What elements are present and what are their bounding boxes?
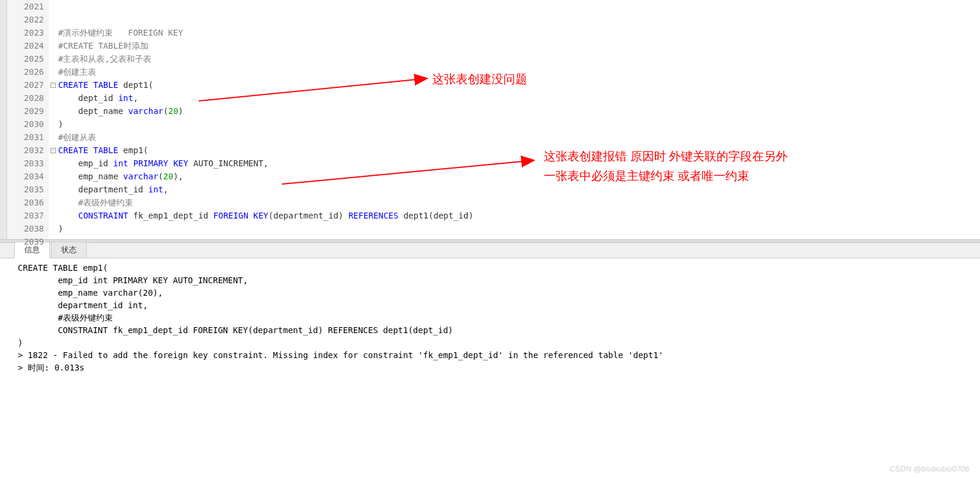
watermark: CSDN @biubiubiu0706: [889, 464, 969, 473]
code-editor[interactable]: 2021202220232024202520262027202820292030…: [0, 0, 980, 239]
fold-marker: [49, 183, 57, 196]
code-line[interactable]: dept_id int,: [58, 91, 980, 105]
code-line[interactable]: ): [58, 118, 980, 131]
line-number: 2032: [7, 144, 44, 157]
code-line[interactable]: emp_id int PRIMARY KEY AUTO_INCREMENT,: [58, 157, 980, 170]
fold-marker: [49, 91, 57, 105]
fold-marker: [49, 52, 57, 65]
line-number: 2030: [7, 118, 44, 131]
code-line[interactable]: [58, 235, 980, 248]
code-line[interactable]: [58, 0, 980, 13]
line-number: 2024: [7, 39, 44, 52]
line-number: 2021: [7, 0, 44, 13]
fold-marker: [49, 157, 57, 170]
fold-marker: [49, 26, 57, 39]
code-line[interactable]: CONSTRAINT fk_emp1_dept_id FOREIGN KEY(d…: [58, 209, 980, 222]
fold-marker: [49, 105, 57, 118]
line-number: 2031: [7, 131, 44, 144]
line-number: 2022: [7, 13, 44, 26]
editor-margin: [0, 0, 7, 239]
code-line[interactable]: #表级外键约束: [58, 196, 980, 209]
fold-marker: [49, 65, 57, 78]
code-line[interactable]: #CREATE TABLE时添加: [58, 39, 980, 52]
output-panel[interactable]: CREATE TABLE emp1( emp_id int PRIMARY KE…: [0, 258, 980, 378]
fold-column: --: [49, 0, 57, 239]
fold-marker: [49, 209, 57, 222]
fold-marker: [49, 170, 57, 183]
line-number: 2039: [7, 235, 44, 248]
line-number: 2034: [7, 170, 44, 183]
code-line[interactable]: emp_name varchar(20),: [58, 170, 980, 183]
code-content[interactable]: #演示外键约束 FOREIGN KEY#CREATE TABLE时添加#主表和从…: [57, 0, 980, 239]
line-number: 2023: [7, 26, 44, 39]
fold-marker: [49, 196, 57, 209]
line-number: 2027: [7, 78, 44, 91]
line-number: 2035: [7, 183, 44, 196]
code-line[interactable]: #创建主表: [58, 65, 980, 78]
line-number: 2036: [7, 196, 44, 209]
fold-marker: [49, 0, 57, 13]
fold-marker: [49, 118, 57, 131]
fold-marker[interactable]: -: [49, 78, 57, 91]
code-line[interactable]: dept_name varchar(20): [58, 105, 980, 118]
line-number: 2037: [7, 209, 44, 222]
fold-marker: [49, 131, 57, 144]
code-line[interactable]: #主表和从表,父表和子表: [58, 52, 980, 65]
code-line[interactable]: #演示外键约束 FOREIGN KEY: [58, 26, 980, 39]
line-number: 2038: [7, 222, 44, 235]
code-line[interactable]: department_id int,: [58, 183, 980, 196]
code-line[interactable]: [58, 13, 980, 26]
fold-marker: [49, 235, 57, 248]
fold-marker: [49, 13, 57, 26]
line-number-gutter: 2021202220232024202520262027202820292030…: [7, 0, 49, 239]
fold-marker: [49, 222, 57, 235]
fold-marker: [49, 39, 57, 52]
line-number: 2033: [7, 157, 44, 170]
line-number: 2028: [7, 91, 44, 105]
code-line[interactable]: #创建从表: [58, 131, 980, 144]
line-number: 2029: [7, 105, 44, 118]
code-line[interactable]: CREATE TABLE emp1(: [58, 144, 980, 157]
line-number: 2025: [7, 52, 44, 65]
code-line[interactable]: CREATE TABLE dept1(: [58, 78, 980, 91]
fold-marker[interactable]: -: [49, 144, 57, 157]
code-line[interactable]: ): [58, 222, 980, 235]
line-number: 2026: [7, 65, 44, 78]
